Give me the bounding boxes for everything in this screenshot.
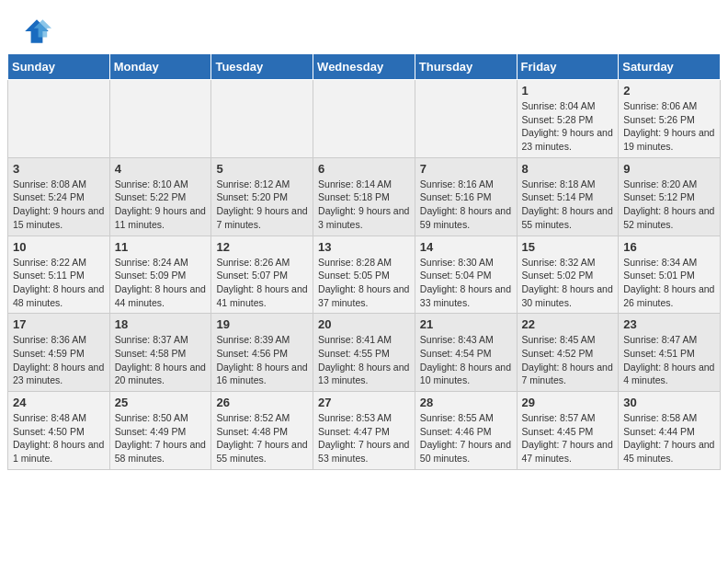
week-row-4: 17Sunrise: 8:36 AM Sunset: 4:59 PM Dayli…: [8, 314, 721, 392]
day-number: 20: [318, 317, 410, 331]
day-number: 22: [522, 317, 614, 331]
logo: [22, 17, 55, 46]
day-cell: 10Sunrise: 8:22 AM Sunset: 5:11 PM Dayli…: [8, 236, 110, 314]
day-cell: 4Sunrise: 8:10 AM Sunset: 5:22 PM Daylig…: [109, 157, 211, 236]
day-cell: 11Sunrise: 8:24 AM Sunset: 5:09 PM Dayli…: [109, 236, 211, 314]
day-info: Sunrise: 8:24 AM Sunset: 5:09 PM Dayligh…: [115, 256, 207, 310]
day-info: Sunrise: 8:55 AM Sunset: 4:46 PM Dayligh…: [420, 411, 512, 465]
day-cell: 30Sunrise: 8:58 AM Sunset: 4:44 PM Dayli…: [619, 392, 721, 470]
day-info: Sunrise: 8:50 AM Sunset: 4:49 PM Dayligh…: [115, 411, 207, 465]
day-info: Sunrise: 8:36 AM Sunset: 4:59 PM Dayligh…: [13, 333, 105, 387]
day-cell: [109, 80, 211, 158]
day-info: Sunrise: 8:48 AM Sunset: 4:50 PM Dayligh…: [13, 411, 105, 465]
day-number: 12: [216, 240, 308, 254]
day-number: 3: [13, 162, 105, 176]
day-cell: 16Sunrise: 8:34 AM Sunset: 5:01 PM Dayli…: [619, 236, 721, 314]
day-number: 19: [216, 317, 308, 331]
day-info: Sunrise: 8:18 AM Sunset: 5:14 PM Dayligh…: [522, 178, 614, 232]
day-info: Sunrise: 8:22 AM Sunset: 5:11 PM Dayligh…: [13, 256, 105, 310]
day-number: 9: [623, 162, 715, 176]
day-cell: 7Sunrise: 8:16 AM Sunset: 5:16 PM Daylig…: [415, 157, 517, 236]
day-cell: [313, 80, 415, 158]
day-cell: 28Sunrise: 8:55 AM Sunset: 4:46 PM Dayli…: [415, 392, 517, 470]
day-info: Sunrise: 8:30 AM Sunset: 5:04 PM Dayligh…: [420, 256, 512, 310]
day-number: 18: [115, 317, 207, 331]
day-cell: 2Sunrise: 8:06 AM Sunset: 5:26 PM Daylig…: [619, 80, 721, 158]
day-cell: 22Sunrise: 8:45 AM Sunset: 4:52 PM Dayli…: [517, 314, 619, 392]
day-number: 17: [13, 317, 105, 331]
day-info: Sunrise: 8:57 AM Sunset: 4:45 PM Dayligh…: [522, 411, 614, 465]
day-cell: 27Sunrise: 8:53 AM Sunset: 4:47 PM Dayli…: [313, 392, 415, 470]
day-info: Sunrise: 8:43 AM Sunset: 4:54 PM Dayligh…: [420, 333, 512, 387]
day-info: Sunrise: 8:06 AM Sunset: 5:26 PM Dayligh…: [623, 99, 715, 154]
calendar-body: 1Sunrise: 8:04 AM Sunset: 5:28 PM Daylig…: [8, 80, 721, 470]
day-number: 24: [13, 396, 105, 409]
day-number: 29: [522, 396, 614, 409]
day-number: 28: [420, 396, 512, 409]
day-cell: 14Sunrise: 8:30 AM Sunset: 5:04 PM Dayli…: [415, 236, 517, 314]
day-info: Sunrise: 8:14 AM Sunset: 5:18 PM Dayligh…: [318, 178, 410, 232]
week-row-3: 10Sunrise: 8:22 AM Sunset: 5:11 PM Dayli…: [8, 236, 721, 314]
header-day-monday: Monday: [109, 54, 211, 80]
day-number: 14: [420, 240, 512, 254]
calendar: SundayMondayTuesdayWednesdayThursdayFrid…: [0, 53, 728, 477]
day-number: 30: [623, 396, 715, 409]
day-cell: 23Sunrise: 8:47 AM Sunset: 4:51 PM Dayli…: [619, 314, 721, 392]
day-cell: 9Sunrise: 8:20 AM Sunset: 5:12 PM Daylig…: [619, 157, 721, 236]
day-cell: 5Sunrise: 8:12 AM Sunset: 5:20 PM Daylig…: [211, 157, 313, 236]
day-number: 11: [115, 240, 207, 254]
day-cell: [8, 80, 110, 158]
day-number: 4: [115, 162, 207, 176]
day-number: 7: [420, 162, 512, 176]
day-cell: 13Sunrise: 8:28 AM Sunset: 5:05 PM Dayli…: [313, 236, 415, 314]
day-number: 15: [522, 240, 614, 254]
day-number: 2: [623, 84, 715, 98]
day-info: Sunrise: 8:52 AM Sunset: 4:48 PM Dayligh…: [216, 411, 308, 465]
day-cell: 29Sunrise: 8:57 AM Sunset: 4:45 PM Dayli…: [517, 392, 619, 470]
day-number: 1: [522, 84, 614, 98]
header-day-thursday: Thursday: [415, 54, 517, 80]
day-info: Sunrise: 8:41 AM Sunset: 4:55 PM Dayligh…: [318, 333, 410, 387]
day-cell: 18Sunrise: 8:37 AM Sunset: 4:58 PM Dayli…: [109, 314, 211, 392]
day-cell: 26Sunrise: 8:52 AM Sunset: 4:48 PM Dayli…: [211, 392, 313, 470]
week-row-5: 24Sunrise: 8:48 AM Sunset: 4:50 PM Dayli…: [8, 392, 721, 470]
calendar-header: SundayMondayTuesdayWednesdayThursdayFrid…: [8, 54, 721, 80]
day-number: 6: [318, 162, 410, 176]
day-number: 27: [318, 396, 410, 409]
day-cell: 15Sunrise: 8:32 AM Sunset: 5:02 PM Dayli…: [517, 236, 619, 314]
day-cell: 20Sunrise: 8:41 AM Sunset: 4:55 PM Dayli…: [313, 314, 415, 392]
week-row-2: 3Sunrise: 8:08 AM Sunset: 5:24 PM Daylig…: [8, 157, 721, 236]
day-info: Sunrise: 8:47 AM Sunset: 4:51 PM Dayligh…: [623, 333, 715, 387]
day-cell: 24Sunrise: 8:48 AM Sunset: 4:50 PM Dayli…: [8, 392, 110, 470]
day-info: Sunrise: 8:45 AM Sunset: 4:52 PM Dayligh…: [522, 333, 614, 387]
day-number: 25: [115, 396, 207, 409]
day-number: 5: [216, 162, 308, 176]
header-row: SundayMondayTuesdayWednesdayThursdayFrid…: [8, 54, 721, 80]
day-info: Sunrise: 8:39 AM Sunset: 4:56 PM Dayligh…: [216, 333, 308, 387]
day-cell: 12Sunrise: 8:26 AM Sunset: 5:07 PM Dayli…: [211, 236, 313, 314]
day-cell: 21Sunrise: 8:43 AM Sunset: 4:54 PM Dayli…: [415, 314, 517, 392]
week-row-1: 1Sunrise: 8:04 AM Sunset: 5:28 PM Daylig…: [8, 80, 721, 158]
day-cell: [211, 80, 313, 158]
header-day-friday: Friday: [517, 54, 619, 80]
day-info: Sunrise: 8:20 AM Sunset: 5:12 PM Dayligh…: [623, 178, 715, 232]
day-number: 13: [318, 240, 410, 254]
day-number: 16: [623, 240, 715, 254]
day-info: Sunrise: 8:34 AM Sunset: 5:01 PM Dayligh…: [623, 256, 715, 310]
day-info: Sunrise: 8:32 AM Sunset: 5:02 PM Dayligh…: [522, 256, 614, 310]
day-cell: 17Sunrise: 8:36 AM Sunset: 4:59 PM Dayli…: [8, 314, 110, 392]
day-cell: 25Sunrise: 8:50 AM Sunset: 4:49 PM Dayli…: [109, 392, 211, 470]
page-header: [0, 0, 728, 53]
day-info: Sunrise: 8:28 AM Sunset: 5:05 PM Dayligh…: [318, 256, 410, 310]
day-number: 21: [420, 317, 512, 331]
header-day-wednesday: Wednesday: [313, 54, 415, 80]
day-info: Sunrise: 8:12 AM Sunset: 5:20 PM Dayligh…: [216, 178, 308, 232]
logo-icon: [22, 17, 51, 46]
day-cell: 1Sunrise: 8:04 AM Sunset: 5:28 PM Daylig…: [517, 80, 619, 158]
day-number: 10: [13, 240, 105, 254]
day-info: Sunrise: 8:10 AM Sunset: 5:22 PM Dayligh…: [115, 178, 207, 232]
header-day-saturday: Saturday: [619, 54, 721, 80]
day-cell: 8Sunrise: 8:18 AM Sunset: 5:14 PM Daylig…: [517, 157, 619, 236]
header-day-tuesday: Tuesday: [211, 54, 313, 80]
day-info: Sunrise: 8:58 AM Sunset: 4:44 PM Dayligh…: [623, 411, 715, 465]
